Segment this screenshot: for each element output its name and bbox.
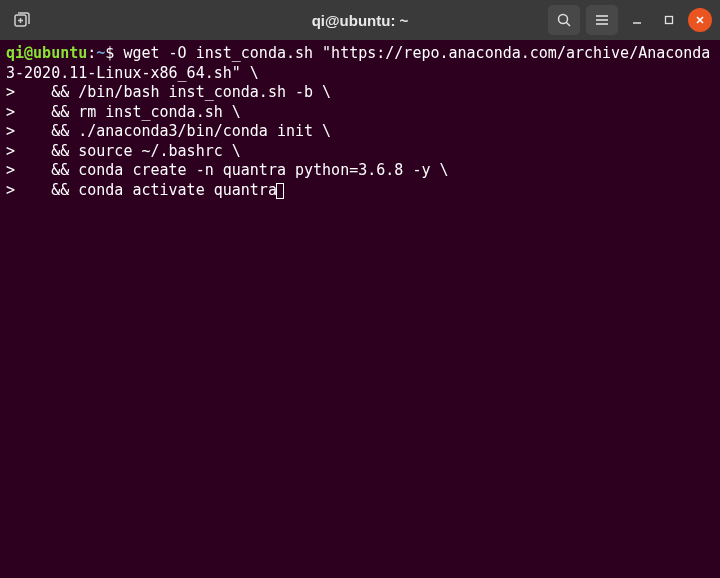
search-button[interactable]: [548, 5, 580, 35]
window-title: qi@ubuntu: ~: [312, 12, 409, 29]
prompt-separator: :: [87, 44, 96, 62]
menu-button[interactable]: [586, 5, 618, 35]
close-icon: [694, 14, 706, 26]
svg-line-4: [567, 23, 571, 27]
titlebar-right: [548, 5, 712, 35]
window-titlebar: qi@ubuntu: ~: [0, 0, 720, 40]
minimize-icon: [631, 14, 643, 26]
terminal-line: qi@ubuntu:~$ wget -O inst_conda.sh "http…: [6, 44, 714, 83]
close-button[interactable]: [688, 8, 712, 32]
terminal-line: > && ./anaconda3/bin/conda init \: [6, 122, 714, 142]
titlebar-left: [8, 6, 36, 34]
maximize-icon: [663, 14, 675, 26]
svg-rect-9: [666, 17, 673, 24]
terminal-line: > && rm inst_conda.sh \: [6, 103, 714, 123]
minimize-button[interactable]: [624, 7, 650, 33]
svg-point-3: [559, 15, 568, 24]
hamburger-icon: [594, 12, 610, 28]
new-tab-icon: [13, 11, 31, 29]
command-text: > && conda activate quantra: [6, 181, 277, 199]
prompt-user-host: qi@ubuntu: [6, 44, 87, 62]
new-tab-button[interactable]: [8, 6, 36, 34]
prompt-path: ~: [96, 44, 105, 62]
search-icon: [556, 12, 572, 28]
terminal-line: > && conda create -n quantra python=3.6.…: [6, 161, 714, 181]
maximize-button[interactable]: [656, 7, 682, 33]
terminal-line: > && source ~/.bashrc \: [6, 142, 714, 162]
terminal-cursor: [276, 183, 284, 199]
terminal-line: > && conda activate quantra: [6, 181, 714, 201]
terminal-body[interactable]: qi@ubuntu:~$ wget -O inst_conda.sh "http…: [0, 40, 720, 578]
terminal-line: > && /bin/bash inst_conda.sh -b \: [6, 83, 714, 103]
